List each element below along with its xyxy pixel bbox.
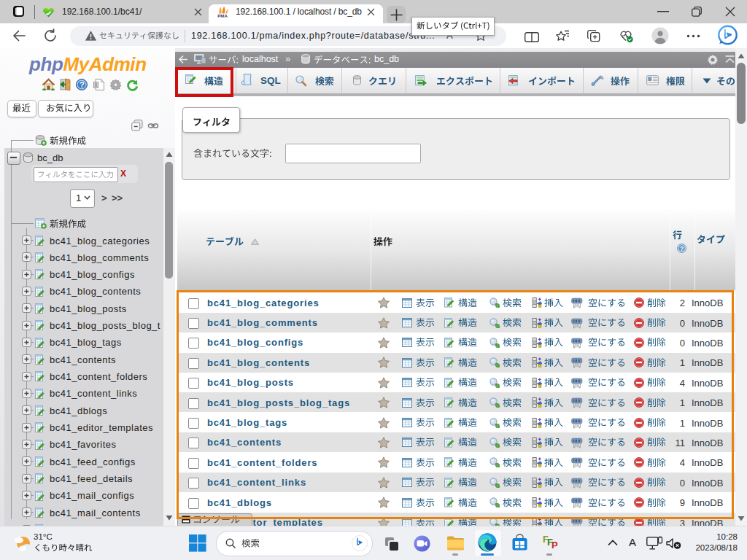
svg-text:?: ? <box>80 80 85 89</box>
svg-text:PMA: PMA <box>217 13 228 18</box>
